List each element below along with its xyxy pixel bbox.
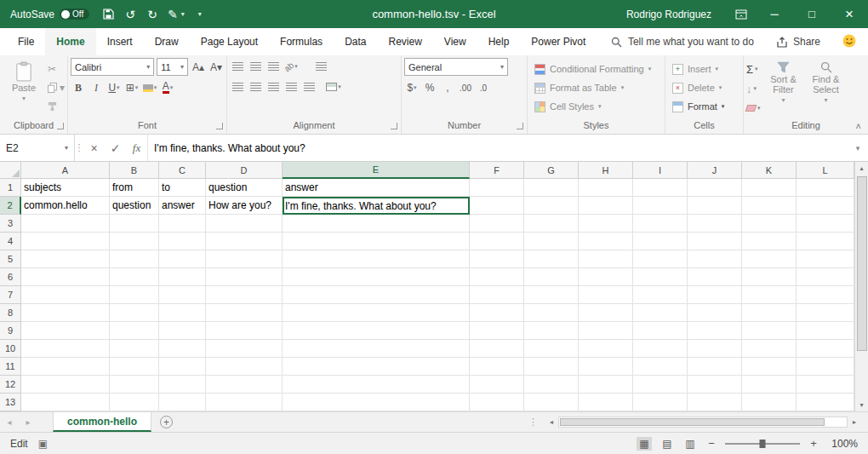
tab-area-grip[interactable]: ⋮ xyxy=(525,417,541,428)
menu-tab-insert[interactable]: Insert xyxy=(96,28,144,55)
minimize-button[interactable]: ─ xyxy=(756,0,793,28)
fill-color-button[interactable]: ▾ xyxy=(142,79,157,96)
column-header-K[interactable]: K xyxy=(742,162,797,179)
formula-bar-expand-icon[interactable]: ▾ xyxy=(848,135,868,161)
row-header-4[interactable]: 4 xyxy=(0,233,21,250)
cell-F10[interactable] xyxy=(470,340,524,358)
column-header-F[interactable]: F xyxy=(470,162,524,179)
cell-K1[interactable] xyxy=(742,179,797,197)
increase-decimal-button[interactable]: .00 xyxy=(458,79,473,96)
cell-H6[interactable] xyxy=(579,268,633,286)
cell-K9[interactable] xyxy=(742,322,797,340)
zoom-level[interactable]: 100% xyxy=(827,438,858,450)
cell-I2[interactable] xyxy=(633,197,688,215)
cell-K5[interactable] xyxy=(742,250,797,268)
cell-J3[interactable] xyxy=(688,215,742,233)
number-format-combo[interactable]: General ▾ xyxy=(404,58,508,76)
cell-A11[interactable] xyxy=(21,358,110,376)
tell-me-search[interactable]: Tell me what you want to do xyxy=(611,36,754,48)
cell-H10[interactable] xyxy=(579,340,633,358)
cell-D1[interactable]: question xyxy=(206,179,283,197)
cell-H4[interactable] xyxy=(579,233,633,250)
close-button[interactable]: × xyxy=(831,0,868,28)
new-sheet-button[interactable]: + xyxy=(160,416,173,428)
font-dialog-launcher-icon[interactable] xyxy=(216,123,223,129)
cell-B12[interactable] xyxy=(110,376,159,394)
merge-center-button[interactable]: ▾ xyxy=(326,78,341,95)
formula-input[interactable]: I'm fine, thanks. What about you? xyxy=(147,135,848,161)
cell-J1[interactable] xyxy=(688,179,742,197)
cell-C7[interactable] xyxy=(159,286,206,304)
cell-J2[interactable] xyxy=(688,197,742,215)
cell-D13[interactable] xyxy=(206,394,283,411)
cell-A7[interactable] xyxy=(21,286,110,304)
cell-L7[interactable] xyxy=(797,286,854,304)
cell-K6[interactable] xyxy=(742,268,797,286)
cell-K13[interactable] xyxy=(742,394,797,411)
row-header-5[interactable]: 5 xyxy=(0,250,21,268)
ribbon-display-options-button[interactable] xyxy=(727,0,756,28)
cell-H7[interactable] xyxy=(579,286,633,304)
cell-J13[interactable] xyxy=(688,394,742,411)
clipboard-dialog-launcher-icon[interactable] xyxy=(57,123,64,129)
page-break-view-button[interactable]: ▥ xyxy=(682,437,698,451)
share-button[interactable]: Share xyxy=(776,36,820,48)
macro-record-icon[interactable]: ▣ xyxy=(38,438,48,450)
delete-cells-button[interactable]: × Delete ▾ xyxy=(668,78,740,97)
top-align-button[interactable] xyxy=(230,58,245,75)
menu-tab-power-pivot[interactable]: Power Pivot xyxy=(520,28,597,55)
italic-button[interactable]: I xyxy=(89,79,104,96)
cell-H2[interactable] xyxy=(579,197,633,215)
cell-I4[interactable] xyxy=(633,233,688,250)
row-header-9[interactable]: 9 xyxy=(0,322,21,340)
vertical-scrollbar-thumb[interactable] xyxy=(857,176,867,351)
cell-G7[interactable] xyxy=(524,286,579,304)
cell-L4[interactable] xyxy=(797,233,854,250)
cell-A8[interactable] xyxy=(21,304,110,322)
cell-G2[interactable] xyxy=(524,197,579,215)
row-header-8[interactable]: 8 xyxy=(0,304,21,322)
cell-E4[interactable] xyxy=(283,233,470,250)
menu-tab-formulas[interactable]: Formulas xyxy=(269,28,334,55)
cell-A2[interactable]: common.hello xyxy=(21,197,110,215)
orientation-button[interactable]: ab▾ xyxy=(283,58,299,75)
cell-J7[interactable] xyxy=(688,286,742,304)
save-button[interactable] xyxy=(101,5,115,24)
cell-B8[interactable] xyxy=(110,304,159,322)
cell-G11[interactable] xyxy=(524,358,579,376)
row-header-2[interactable]: 2 xyxy=(0,197,21,215)
cell-J4[interactable] xyxy=(688,233,742,250)
cell-L3[interactable] xyxy=(797,215,854,233)
format-cells-button[interactable]: Format ▾ xyxy=(668,97,740,116)
font-family-combo[interactable]: Calibri ▾ xyxy=(71,58,154,76)
cell-C4[interactable] xyxy=(159,233,206,250)
cell-D6[interactable] xyxy=(206,268,283,286)
cell-G9[interactable] xyxy=(524,322,579,340)
cell-D8[interactable] xyxy=(206,304,283,322)
cell-L8[interactable] xyxy=(797,304,854,322)
cell-B10[interactable] xyxy=(110,340,159,358)
sheet-nav-left-icon[interactable]: ◂ xyxy=(0,417,19,427)
collapse-ribbon-button[interactable]: ˄ xyxy=(856,121,861,131)
cell-C13[interactable] xyxy=(159,394,206,411)
cell-D7[interactable] xyxy=(206,286,283,304)
cell-B7[interactable] xyxy=(110,286,159,304)
user-name[interactable]: Rodrigo Rodriguez xyxy=(626,9,711,20)
cell-K10[interactable] xyxy=(742,340,797,358)
cell-I5[interactable] xyxy=(633,250,688,268)
cell-A12[interactable] xyxy=(21,376,110,394)
align-right-button[interactable] xyxy=(266,78,281,95)
cell-K12[interactable] xyxy=(742,376,797,394)
autosum-button[interactable]: Σ▾ xyxy=(746,60,761,78)
cell-C12[interactable] xyxy=(159,376,206,394)
zoom-out-button[interactable]: − xyxy=(705,437,717,450)
font-color-button[interactable]: A▾ xyxy=(160,79,175,96)
clear-button[interactable]: ▾ xyxy=(746,100,761,117)
scroll-up-icon[interactable]: ▴ xyxy=(855,162,868,175)
cell-K3[interactable] xyxy=(742,215,797,233)
cell-F7[interactable] xyxy=(470,286,524,304)
cell-I12[interactable] xyxy=(633,376,688,394)
format-as-table-button[interactable]: Format as Table ▾ xyxy=(530,78,662,97)
cell-H9[interactable] xyxy=(579,322,633,340)
scroll-down-icon[interactable]: ▾ xyxy=(855,399,868,411)
